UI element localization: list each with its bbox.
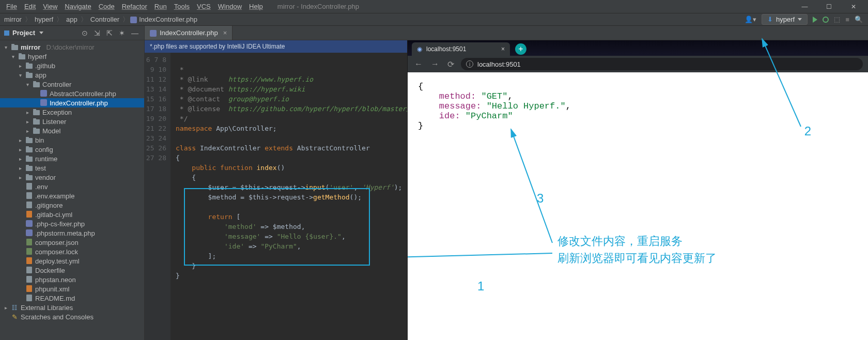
- tree-item[interactable]: .php-cs-fixer.php: [0, 219, 144, 228]
- navigation-bar: mirror〉 hyperf〉 app〉 Controller〉 IndexCo…: [0, 13, 868, 26]
- php-icon: [130, 17, 137, 23]
- url-text: localhost:9501: [477, 60, 521, 68]
- run-button[interactable]: [813, 17, 817, 23]
- tree-item[interactable]: composer.json: [0, 238, 144, 247]
- new-tab-button[interactable]: +: [515, 43, 526, 55]
- window-title: mirror - IndexController.php: [267, 3, 359, 10]
- tree-item[interactable]: ▸config: [0, 145, 144, 154]
- chevron-down-icon[interactable]: [39, 32, 43, 34]
- tree-item[interactable]: ▸𝕀𝕀External Libraries: [0, 303, 144, 312]
- tree-item[interactable]: ▸runtime: [0, 154, 144, 163]
- svg-line-0: [511, 129, 552, 243]
- tree-item[interactable]: AbstractController.php: [0, 89, 144, 98]
- gutter: 6 7 8 9 10 11 12 13 14 15 16 17 18 19 20…: [145, 53, 171, 340]
- tab-label: IndexController.php: [160, 29, 218, 37]
- run-config-name: hyperf: [776, 16, 795, 23]
- tree-item[interactable]: .gitlab-ci.yml: [0, 210, 144, 219]
- settings-icon[interactable]: ✶: [117, 29, 127, 37]
- menu-vcs[interactable]: VCS: [194, 2, 214, 11]
- tree-item[interactable]: ▾app: [0, 70, 144, 80]
- crumb-4[interactable]: IndexController.php: [137, 16, 199, 23]
- crumb-0[interactable]: mirror: [2, 16, 24, 23]
- close-tab-icon[interactable]: ×: [221, 29, 227, 37]
- php-icon: [150, 30, 157, 37]
- tree-item[interactable]: deploy.test.yml: [0, 256, 144, 266]
- expand-all-icon[interactable]: ⇲: [92, 29, 102, 37]
- tree-item[interactable]: ▾Controller: [0, 80, 144, 89]
- crumb-1[interactable]: hyperf: [33, 16, 55, 23]
- tree-item[interactable]: ▸.github: [0, 61, 144, 70]
- stop-button[interactable]: ■: [845, 16, 849, 23]
- tree-item[interactable]: .env: [0, 182, 144, 191]
- tree-item[interactable]: ✎Scratches and Consoles: [0, 312, 144, 321]
- tree-item[interactable]: phpstan.neon: [0, 275, 144, 284]
- tree-item[interactable]: ▸Model: [0, 126, 144, 135]
- browser-tab-title: localhost:9501: [426, 45, 466, 53]
- user-icon[interactable]: 👤▾: [745, 16, 756, 23]
- window-minimize[interactable]: —: [793, 3, 816, 10]
- window-maximize[interactable]: ☐: [817, 3, 841, 10]
- tree-item[interactable]: ▸Exception: [0, 107, 144, 117]
- tree-item[interactable]: ▸Listener: [0, 117, 144, 126]
- project-panel-header: Project ⊙ ⇲ ⇱ ✶ —: [0, 26, 144, 40]
- collapse-all-icon[interactable]: ⇱: [105, 29, 114, 37]
- menu-navigate[interactable]: Navigate: [61, 2, 94, 11]
- menu-code[interactable]: Code: [96, 2, 118, 11]
- run-config-selector[interactable]: ⬇ hyperf: [762, 14, 808, 25]
- project-panel: Project ⊙ ⇲ ⇱ ✶ — ▾mirror D:\docker\mirr…: [0, 26, 145, 340]
- browser-page: { method: "GET", message: "Hello Hyperf.…: [408, 72, 868, 340]
- tree-item[interactable]: README.md: [0, 293, 144, 303]
- tree-item[interactable]: Dockerfile: [0, 266, 144, 275]
- reload-button[interactable]: ⟳: [446, 59, 456, 69]
- back-button[interactable]: ←: [413, 59, 424, 69]
- window-close[interactable]: ✕: [842, 3, 865, 10]
- hide-icon[interactable]: —: [130, 29, 140, 37]
- tree-item[interactable]: IndexController.php: [0, 98, 144, 107]
- tree-item[interactable]: .phpstorm.meta.php: [0, 228, 144, 238]
- tree-item[interactable]: ▾hyperf: [0, 52, 144, 61]
- annotation-1: 1: [477, 279, 484, 293]
- menu-file[interactable]: File: [3, 2, 20, 11]
- tree-item[interactable]: ▾mirror D:\docker\mirror: [0, 42, 144, 52]
- project-icon: [4, 30, 9, 36]
- select-opened-icon[interactable]: ⊙: [80, 29, 89, 37]
- editor-tabs: IndexController.php ×: [145, 26, 868, 40]
- site-info-icon[interactable]: i: [466, 60, 473, 68]
- project-tree[interactable]: ▾mirror D:\docker\mirror▾hyperf▸.github▾…: [0, 40, 144, 340]
- editor-tab[interactable]: IndexController.php ×: [145, 26, 233, 40]
- address-bar[interactable]: i localhost:9501: [461, 58, 863, 70]
- menu-bar: File Edit View Navigate Code Refactor Ru…: [0, 0, 868, 13]
- tree-item[interactable]: .env.example: [0, 191, 144, 200]
- tree-item[interactable]: ▸test: [0, 163, 144, 173]
- menu-refactor[interactable]: Refactor: [119, 2, 150, 11]
- favicon-icon: ◉: [417, 45, 422, 53]
- coverage-button[interactable]: ⬚: [834, 16, 840, 23]
- search-icon[interactable]: 🔍: [855, 16, 863, 23]
- svg-line-1: [408, 253, 552, 258]
- browser-toolbar: ← → ⟳ i localhost:9501: [408, 56, 868, 72]
- menu-view[interactable]: View: [40, 2, 60, 11]
- tree-item[interactable]: ▸bin: [0, 135, 144, 145]
- project-panel-title[interactable]: Project: [12, 29, 35, 37]
- forward-button[interactable]: →: [429, 59, 441, 69]
- menu-help[interactable]: Help: [246, 2, 266, 11]
- menu-edit[interactable]: Edit: [21, 2, 39, 11]
- menu-tools[interactable]: Tools: [171, 2, 193, 11]
- menu-window[interactable]: Window: [215, 2, 245, 11]
- menu-run[interactable]: Run: [151, 2, 170, 11]
- crumb-2[interactable]: app: [64, 16, 80, 23]
- banner-msg: *.php files are supported by IntelliJ ID…: [150, 43, 285, 50]
- browser-tab[interactable]: ◉ localhost:9501 ×: [412, 42, 510, 56]
- tree-item[interactable]: .gitignore: [0, 200, 144, 210]
- close-tab-icon[interactable]: ×: [501, 45, 505, 53]
- tree-item[interactable]: composer.lock: [0, 247, 144, 256]
- editor-area: IndexController.php × *.php files are su…: [145, 26, 868, 340]
- crumb-3[interactable]: Controller: [88, 16, 121, 23]
- chevron-down-icon: [798, 18, 802, 21]
- tree-item[interactable]: ▸vendor: [0, 173, 144, 182]
- annotation-3: 3: [537, 191, 544, 206]
- annotation-text: 修改文件内容，重启服务 刷新浏览器即可看见内容更新了: [557, 233, 717, 267]
- browser-window: ◉ localhost:9501 × + ← → ⟳ i localhost:9…: [407, 40, 868, 340]
- tree-item[interactable]: phpunit.xml: [0, 284, 144, 293]
- debug-button[interactable]: [823, 17, 829, 23]
